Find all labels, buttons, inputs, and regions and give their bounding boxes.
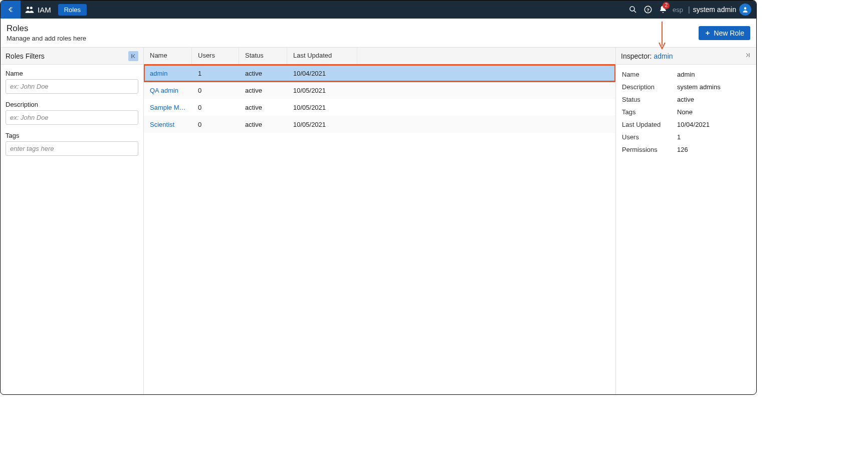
app-label: IAM	[38, 6, 51, 14]
page-title: Roles	[7, 24, 86, 34]
tab-roles[interactable]: Roles	[58, 4, 87, 16]
expand-right-icon	[744, 52, 751, 58]
cell-status: active	[239, 83, 287, 98]
cell-name[interactable]: admin	[144, 66, 192, 81]
search-icon[interactable]	[625, 1, 640, 19]
cell-spacer	[357, 86, 615, 94]
filter-name-input[interactable]	[6, 79, 138, 94]
inspector-header: Inspector: admin	[616, 48, 756, 65]
back-button[interactable]	[1, 1, 21, 19]
inspector-field: Last Updated10/04/2021	[622, 121, 750, 128]
table-row[interactable]: QA admin0active10/05/2021	[144, 82, 615, 99]
collapse-filters-button[interactable]	[128, 51, 138, 61]
inspector-field-value: 126	[677, 146, 750, 153]
new-role-button-label: New Role	[714, 29, 744, 37]
table-body: admin1active10/04/2021QA admin0active10/…	[144, 65, 615, 133]
inspector-field-key: Users	[622, 133, 677, 141]
inspector-field-value: None	[677, 108, 750, 116]
inspector-field-value: system admins	[677, 83, 750, 91]
inspector-field-key: Tags	[622, 108, 677, 116]
cell-status: active	[239, 66, 287, 81]
filter-name-label: Name	[6, 70, 138, 77]
inspector-field: Statusactive	[622, 96, 750, 103]
svg-point-0	[27, 7, 29, 9]
col-users[interactable]: Users	[192, 48, 239, 64]
table-row[interactable]: Sample Manager0active10/05/2021	[144, 99, 615, 116]
inspector-body: NameadminDescriptionsystem adminsStatusa…	[616, 65, 756, 164]
inspector-field: Descriptionsystem admins	[622, 83, 750, 91]
svg-point-2	[630, 7, 634, 11]
plus-icon	[705, 30, 711, 36]
col-name[interactable]: Name	[144, 48, 192, 64]
notification-badge: 2	[663, 2, 670, 9]
inspector-panel: Inspector: admin NameadminDescriptionsys…	[616, 48, 756, 395]
filters-header: Roles Filters	[1, 48, 143, 65]
separator: |	[688, 6, 690, 14]
svg-point-1	[30, 7, 33, 9]
inspector-field-value: 1	[677, 133, 750, 141]
inspector-field-value: 10/04/2021	[677, 121, 750, 128]
col-spacer	[357, 48, 615, 64]
inspector-field-key: Last Updated	[622, 121, 677, 128]
cell-last: 10/05/2021	[287, 83, 357, 98]
cell-users: 0	[192, 117, 239, 132]
roles-table: Name Users Status Last Updated admin1act…	[144, 48, 616, 395]
help-icon[interactable]: ?	[640, 1, 656, 19]
cell-name[interactable]: QA admin	[144, 83, 192, 98]
cell-users: 0	[192, 83, 239, 98]
inspector-field: Permissions126	[622, 146, 750, 153]
inspector-field: TagsNone	[622, 108, 750, 116]
inspector-field-key: Name	[622, 71, 677, 78]
inspector-field: Users1	[622, 133, 750, 141]
inspector-field-key: Description	[622, 83, 677, 91]
filter-tags-label: Tags	[6, 132, 138, 139]
cell-last: 10/04/2021	[287, 66, 357, 81]
cell-spacer	[357, 103, 615, 111]
cell-spacer	[357, 69, 615, 77]
inspector-field-key: Status	[622, 96, 677, 103]
page-header: Roles Manage and add roles here New Role	[1, 19, 756, 48]
top-navbar: IAM Roles ? 2 esp | system admin	[1, 1, 756, 19]
filters-panel: Roles Filters Name Description Tags	[1, 48, 144, 395]
inspector-field-value: active	[677, 96, 750, 103]
cell-spacer	[357, 120, 615, 128]
cell-users: 1	[192, 66, 239, 81]
people-icon	[25, 5, 35, 15]
svg-point-5	[744, 7, 747, 10]
cell-last: 10/05/2021	[287, 100, 357, 115]
filter-tags-input[interactable]	[6, 141, 138, 156]
cell-users: 0	[192, 100, 239, 115]
cell-status: active	[239, 100, 287, 115]
col-last[interactable]: Last Updated	[287, 48, 357, 64]
col-status[interactable]: Status	[239, 48, 287, 64]
inspector-entity[interactable]: admin	[654, 52, 673, 60]
inspector-field-key: Permissions	[622, 146, 677, 153]
cell-name[interactable]: Sample Manager	[144, 100, 192, 115]
new-role-button[interactable]: New Role	[699, 26, 750, 40]
inspector-label: Inspector:	[621, 52, 652, 60]
filter-description-label: Description	[6, 101, 138, 108]
inspector-field-value: admin	[677, 71, 750, 78]
cell-last: 10/05/2021	[287, 117, 357, 132]
table-header-row: Name Users Status Last Updated	[144, 48, 615, 65]
filter-description-input[interactable]	[6, 110, 138, 125]
filters-title: Roles Filters	[6, 52, 45, 60]
current-user-label: system admin	[693, 6, 736, 14]
notifications-icon[interactable]: 2	[656, 1, 671, 19]
table-row[interactable]: Scientist0active10/05/2021	[144, 116, 615, 133]
table-row[interactable]: admin1active10/04/2021	[144, 65, 615, 82]
chevron-left-icon	[7, 6, 14, 13]
collapse-left-icon	[130, 53, 136, 59]
user-avatar[interactable]	[739, 4, 751, 16]
cell-name[interactable]: Scientist	[144, 117, 192, 132]
inspector-field: Nameadmin	[622, 71, 750, 78]
language-label[interactable]: esp	[673, 6, 683, 14]
main-content: Roles Filters Name Description Tags Name…	[1, 48, 756, 395]
svg-text:?: ?	[646, 7, 649, 13]
cell-status: active	[239, 117, 287, 132]
person-icon	[742, 6, 749, 13]
page-subtitle: Manage and add roles here	[7, 35, 86, 42]
expand-inspector-button[interactable]	[744, 52, 751, 60]
